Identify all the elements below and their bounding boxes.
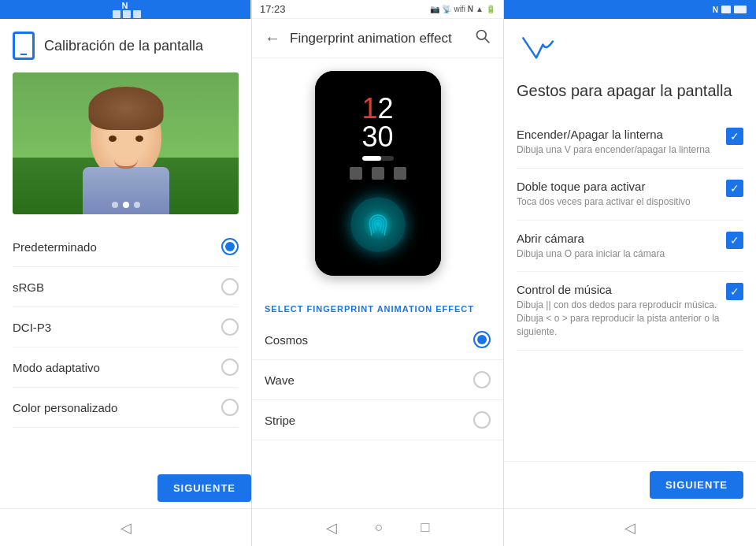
fingerprint-toolbar-title: Fingerprint animation effect (290, 31, 465, 46)
photo-carousel[interactable] (13, 72, 239, 214)
checkbox-doble-toque[interactable]: ✓ (726, 180, 743, 197)
color-mode-list: Predeterminado sRGB DCI-P3 Modo adaptati… (13, 227, 239, 449)
fp-animation-list: Cosmos Wave Stripe (252, 320, 503, 508)
siguiente-button-p1[interactable]: SIGUIENTE (158, 474, 251, 502)
fp-radio-stripe-btn[interactable] (473, 411, 491, 429)
phone-nav-home (372, 167, 384, 180)
dot-1 (112, 202, 118, 208)
check-linterna: ✓ (730, 131, 739, 142)
signal-status-icon: ▲ (476, 5, 484, 13)
battery-indicator (362, 156, 394, 161)
panel3-footer: SIGUIENTE (504, 461, 756, 508)
radio-predeterminado[interactable]: Predeterminado (13, 227, 239, 267)
radio-predeterminado-btn[interactable] (221, 238, 239, 255)
recents-nav-icon-p2[interactable]: □ (421, 519, 430, 536)
phone-screen: 12 30 (315, 71, 441, 276)
screen-calibration-title: Calibración de la pantalla (44, 38, 203, 54)
gesture-linterna[interactable]: Encender/Apagar la linterna Dibuja una V… (517, 117, 743, 169)
back-nav-icon-p2[interactable]: ◁ (326, 519, 337, 537)
nfc-icon-p3: N (713, 6, 718, 14)
home-nav-icon-p2[interactable]: ○ (375, 519, 384, 536)
check-camara: ✓ (730, 235, 739, 246)
clock-min: 30 (361, 123, 393, 151)
status-icons-p2: 📷 📡 wifi N ▲ 🔋 (430, 5, 495, 13)
siguiente-button-p3[interactable]: SIGUIENTE (650, 471, 743, 499)
fingerprint-animation-preview (350, 197, 406, 252)
back-nav-icon-p3[interactable]: ◁ (624, 519, 636, 537)
cast-status-icon: 📡 (442, 5, 451, 13)
radio-adaptativo-btn[interactable] (221, 358, 239, 376)
status-bar-panel1: N (0, 0, 251, 19)
radio-dcip3-btn[interactable] (221, 318, 239, 336)
fp-option-cosmos[interactable]: Cosmos (252, 320, 503, 360)
panel-screen-calibration: N Calibración de la pantalla (0, 0, 252, 546)
back-button-p2[interactable]: ← (265, 29, 280, 47)
battery-fill (362, 156, 381, 161)
phone-preview-container: 12 30 (252, 58, 503, 295)
panel1-body: Calibración de la pantalla (0, 19, 251, 462)
panel-screen-gestures: N Gestos para apagar la pantalla Encende… (504, 0, 756, 546)
gesture-musica-text: Control de música Dibuja || con dos dedo… (517, 283, 720, 338)
phone-bottom-nav (350, 167, 406, 180)
battery-status-icon: 🔋 (486, 5, 495, 13)
dot-2 (123, 202, 129, 208)
gesture-linterna-text: Encender/Apagar la linterna Dibuja una V… (517, 128, 720, 157)
status-time: 17:23 (260, 3, 286, 15)
fingerprint-toolbar: ← Fingerprint animation effect (252, 19, 503, 58)
gesture-camara[interactable]: Abrir cámara Dibuja una O para iniciar l… (517, 221, 743, 273)
nfc-status-icon: N (468, 5, 473, 13)
panel1-footer: SIGUIENTE (0, 462, 251, 508)
nfc-icon: N (122, 1, 129, 10)
panel1-header: Calibración de la pantalla (13, 32, 239, 60)
fp-option-stripe[interactable]: Stripe (252, 400, 503, 440)
status-icons-p1 (113, 10, 141, 18)
svg-point-0 (477, 31, 487, 40)
radio-srgb[interactable]: sRGB (13, 267, 239, 307)
clock-hour-white: 2 (378, 92, 394, 124)
clock-hour-red: 1 (361, 92, 377, 124)
back-nav-icon[interactable]: ◁ (120, 519, 132, 537)
camera-status-icon: 📷 (430, 5, 439, 13)
checkbox-camara[interactable]: ✓ (726, 232, 743, 249)
nav-bar-p1: ◁ (0, 508, 251, 546)
dot-3 (134, 202, 140, 208)
fp-section-label: SELECT FINGERPRINT ANIMATION EFFECT (252, 295, 503, 320)
checkbox-linterna[interactable]: ✓ (726, 128, 743, 145)
status-bar-panel2: 17:23 📷 📡 wifi N ▲ 🔋 (252, 0, 503, 19)
carousel-dots (112, 202, 140, 208)
status-bar-panel3: N (504, 0, 756, 19)
radio-personalizado[interactable]: Color personalizado (13, 388, 239, 428)
fp-radio-cosmos-btn[interactable] (473, 331, 491, 348)
nav-bar-p3: ◁ (504, 508, 756, 546)
phone-frame-icon (13, 32, 35, 60)
gesture-doble-text: Doble toque para activar Toca dos veces … (517, 180, 720, 209)
gesture-camara-text: Abrir cámara Dibuja una O para iniciar l… (517, 232, 720, 261)
clock-hour: 12 (361, 95, 393, 123)
panel3-body: Gestos para apagar la pantalla Encender/… (504, 19, 756, 461)
gesture-icon (517, 32, 743, 74)
fp-option-wave[interactable]: Wave (252, 360, 503, 400)
nav-bar-p2: ◁ ○ □ (252, 508, 503, 546)
wifi-status-icon: wifi (454, 5, 465, 13)
phone-nav-back (394, 167, 406, 180)
panel-fingerprint-animation: 17:23 📷 📡 wifi N ▲ 🔋 ← Fingerprint anima… (252, 0, 504, 546)
gesture-musica[interactable]: Control de música Dibuja || con dos dedo… (517, 272, 743, 350)
gestures-title: Gestos para apagar la pantalla (517, 80, 743, 101)
search-button-p2[interactable] (475, 28, 491, 48)
check-doble: ✓ (730, 183, 739, 194)
clock-display: 12 30 (350, 95, 406, 180)
battery-icon-p3 (734, 6, 747, 13)
radio-adaptativo[interactable]: Modo adaptativo (13, 347, 239, 388)
check-musica: ✓ (730, 286, 739, 297)
radio-personalizado-btn[interactable] (221, 399, 239, 416)
signal-icon-p3 (721, 6, 731, 13)
svg-line-1 (485, 39, 490, 43)
svg-point-2 (376, 221, 380, 225)
phone-nav-call (350, 167, 362, 180)
fp-radio-wave-btn[interactable] (473, 371, 491, 388)
radio-srgb-btn[interactable] (221, 278, 239, 295)
phone-preview: 12 30 (315, 71, 441, 276)
radio-dcip3[interactable]: DCI-P3 (13, 307, 239, 347)
checkbox-musica[interactable]: ✓ (726, 283, 743, 300)
gesture-doble-toque[interactable]: Doble toque para activar Toca dos veces … (517, 169, 743, 221)
